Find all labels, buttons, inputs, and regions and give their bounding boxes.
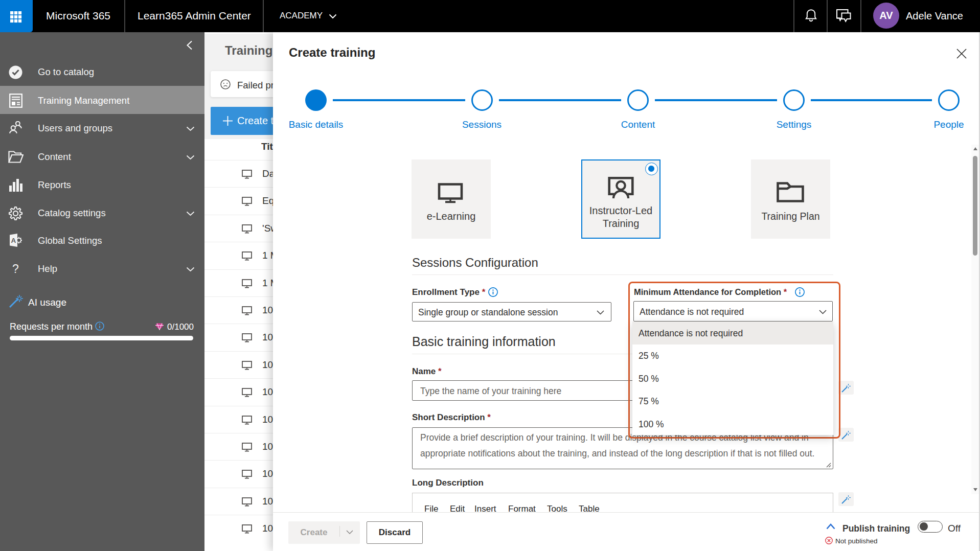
svg-text:A: A [11,237,16,244]
